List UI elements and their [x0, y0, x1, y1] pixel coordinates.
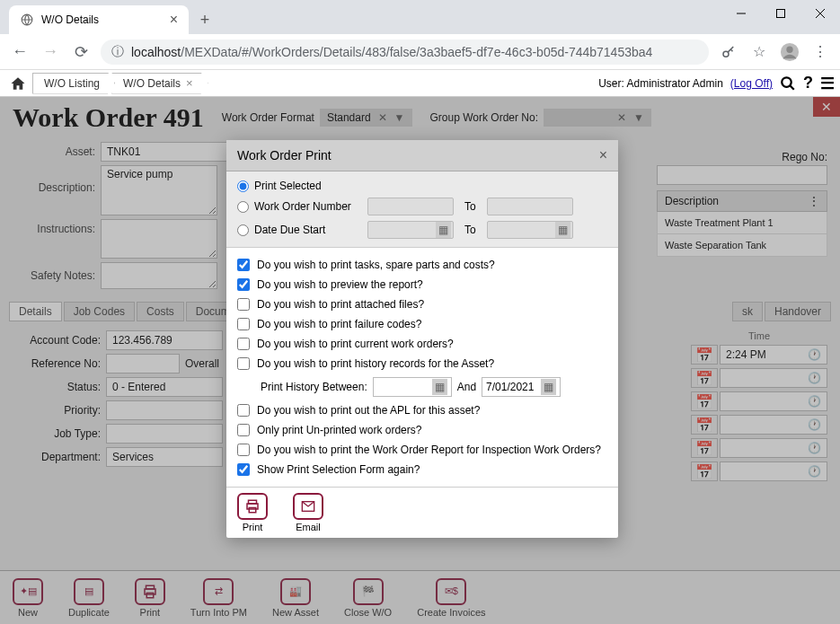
radio-date-due[interactable]: Date Due Start▦To▦ — [237, 218, 607, 242]
site-info-icon[interactable]: ⓘ — [111, 44, 124, 60]
window-controls — [721, 0, 840, 34]
check-preview[interactable]: Do you wish to preview the report? — [237, 275, 607, 294]
home-button[interactable] — [5, 73, 36, 94]
check-unprinted[interactable]: Only print Un-printed work orders? — [237, 420, 607, 440]
check-apl[interactable]: Do you wish to print out the APL for thi… — [237, 400, 607, 420]
breadcrumb-wo-listing[interactable]: W/O Listing — [32, 73, 115, 94]
tab-title: W/O Details — [41, 13, 99, 26]
reload-button[interactable]: ⟳ — [70, 41, 92, 63]
browser-titlebar: W/O Details × + — [0, 0, 840, 34]
home-icon — [9, 75, 27, 92]
history-between-label: Print History Between: — [261, 381, 367, 393]
history-to-date[interactable]: 7/01/2021▦ — [482, 377, 561, 397]
wo-number-from[interactable] — [367, 198, 454, 215]
history-date-range: Print History Between: ▦ And 7/01/2021▦ — [237, 374, 607, 400]
forward-button[interactable]: → — [40, 41, 61, 63]
bookmark-star-icon[interactable]: ☆ — [748, 41, 770, 63]
check-failure[interactable]: Do you wish to print failure codes? — [237, 314, 607, 334]
svg-point-8 — [782, 77, 791, 87]
tab-close-icon[interactable]: × — [170, 12, 178, 28]
minimize-button[interactable] — [721, 0, 761, 27]
breadcrumb-label: W/O Listing — [44, 77, 100, 90]
modal-email-button[interactable]: Email — [293, 493, 323, 532]
modal-body: Do you wish to print tasks, spare parts … — [226, 248, 618, 487]
breadcrumb-wo-details[interactable]: W/O Details × — [111, 73, 208, 94]
radio-wo-number[interactable]: Work Order NumberTo — [237, 195, 607, 218]
breadcrumb-close-icon[interactable]: × — [186, 76, 193, 90]
radio-print-selected[interactable]: Print Selected — [237, 177, 607, 195]
history-from-date[interactable]: ▦ — [373, 377, 452, 397]
new-tab-button[interactable]: + — [192, 7, 217, 32]
modal-radio-section: Print Selected Work Order NumberTo Date … — [226, 171, 618, 248]
modal-header: Work Order Print × — [226, 140, 618, 171]
calendar-icon: ▦ — [436, 222, 451, 238]
date-to[interactable]: ▦ — [487, 221, 573, 239]
user-label: User: Administrator Admin — [598, 77, 723, 90]
print-modal: Work Order Print × Print Selected Work O… — [226, 140, 618, 538]
check-history[interactable]: Do you wish to print history records for… — [237, 354, 607, 374]
svg-rect-2 — [777, 10, 785, 18]
wo-number-to[interactable] — [487, 198, 573, 215]
modal-print-button[interactable]: Print — [237, 493, 268, 532]
back-button[interactable]: ← — [9, 41, 31, 63]
help-icon[interactable]: ? — [803, 74, 813, 92]
date-from[interactable]: ▦ — [367, 221, 454, 239]
profile-avatar-icon[interactable] — [779, 41, 800, 63]
globe-icon — [20, 13, 34, 27]
app-breadcrumb-bar: W/O Listing W/O Details × User: Administ… — [0, 70, 840, 97]
browser-tab[interactable]: W/O Details × — [9, 5, 189, 34]
calendar-icon: ▦ — [555, 222, 570, 238]
browser-menu-icon[interactable]: ⋮ — [809, 41, 831, 63]
browser-toolbar: ← → ⟳ ⓘ localhost/MEXData/#/WorkOrders/D… — [0, 34, 840, 70]
address-bar[interactable]: ⓘ localhost/MEXData/#/WorkOrders/Details… — [101, 40, 709, 65]
logoff-link[interactable]: (Log Off) — [730, 77, 773, 90]
email-icon — [293, 493, 323, 520]
modal-title: Work Order Print — [237, 148, 332, 163]
printer-icon — [237, 493, 268, 520]
breadcrumb-label: W/O Details — [123, 77, 181, 90]
svg-line-9 — [790, 85, 794, 90]
check-tasks[interactable]: Do you wish to print tasks, spare parts … — [237, 255, 607, 275]
password-key-icon[interactable] — [718, 41, 739, 63]
calendar-icon: ▦ — [432, 379, 447, 395]
calendar-icon: ▦ — [541, 379, 556, 395]
and-label: And — [457, 381, 476, 393]
check-inspection[interactable]: Do you wish to print the Work Order Repo… — [237, 440, 607, 460]
svg-point-7 — [786, 46, 792, 52]
check-attached[interactable]: Do you wish to print attached files? — [237, 294, 607, 314]
modal-footer: Print Email — [226, 487, 618, 538]
modal-close-icon[interactable]: × — [599, 147, 607, 163]
check-show-again[interactable]: Show Print Selection Form again? — [237, 460, 607, 479]
maximize-button[interactable] — [761, 0, 800, 27]
search-icon[interactable] — [780, 75, 796, 92]
hamburger-menu-icon[interactable]: ☰ — [820, 74, 835, 93]
check-current[interactable]: Do you wish to print current work orders… — [237, 334, 607, 354]
close-window-button[interactable] — [800, 0, 840, 27]
url-host: localhost — [131, 45, 181, 59]
url-path: /MEXData/#/WorkOrders/Details/483/false/… — [181, 45, 652, 59]
